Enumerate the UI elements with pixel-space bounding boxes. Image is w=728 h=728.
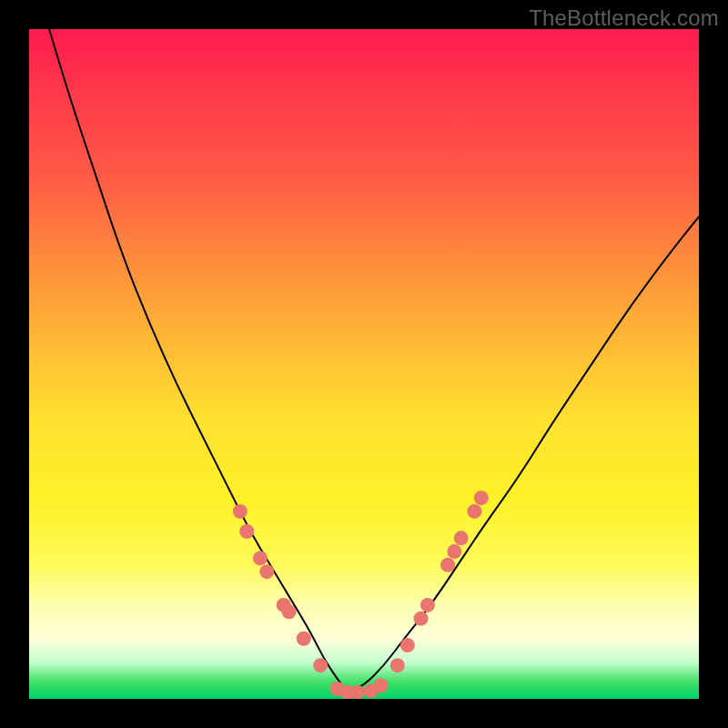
data-dot [414, 612, 429, 626]
scatter-dots [233, 490, 489, 699]
plot-area [29, 29, 699, 699]
data-dot [313, 658, 328, 672]
data-dot [297, 632, 311, 646]
data-dot [467, 504, 481, 519]
data-dot [253, 551, 268, 565]
data-dot [239, 524, 254, 539]
data-dot [259, 564, 274, 579]
data-dot [282, 604, 297, 619]
data-dot [454, 531, 469, 545]
right-curve [348, 217, 699, 693]
watermark-text: TheBottleneck.com [529, 5, 719, 31]
data-dot [350, 685, 365, 699]
chart-svg [29, 29, 699, 699]
data-dot [440, 558, 455, 572]
data-dot [400, 638, 415, 652]
data-dot [390, 658, 405, 672]
data-dot [420, 598, 435, 612]
data-dot [373, 678, 388, 693]
left-curve [49, 29, 348, 693]
chart-frame: TheBottleneck.com [0, 0, 728, 728]
data-dot [447, 544, 461, 559]
data-dot [233, 504, 248, 519]
data-dot [474, 490, 489, 505]
